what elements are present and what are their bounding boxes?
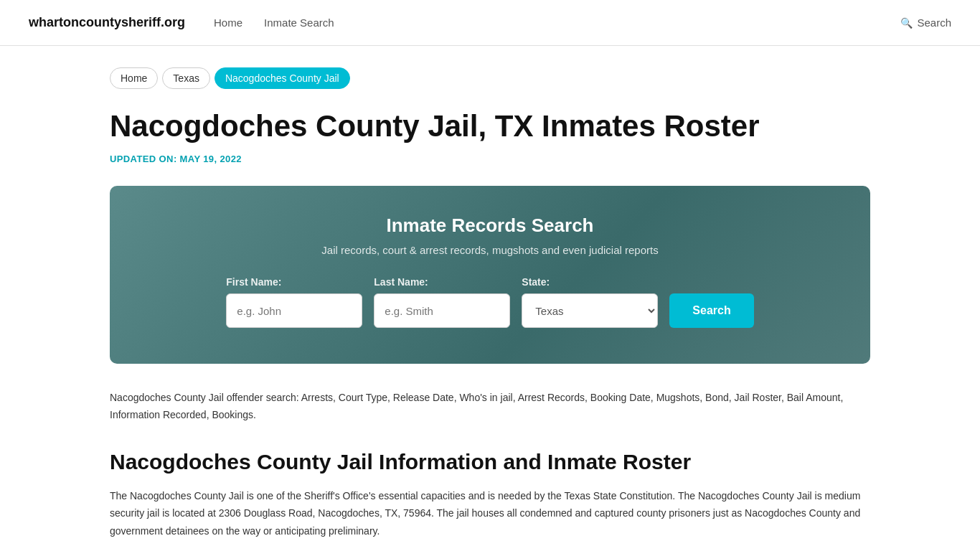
last-name-input[interactable] [374, 293, 510, 328]
search-card: Inmate Records Search Jail records, cour… [110, 186, 870, 364]
search-icon: 🔍 [900, 17, 913, 29]
nav-item-inmate-search[interactable]: Inmate Search [264, 17, 334, 29]
search-form: First Name: Last Name: State: TexasAlaba… [153, 276, 827, 328]
section-heading: Nacogdoches County Jail Information and … [110, 450, 870, 474]
first-name-label: First Name: [226, 276, 281, 288]
search-card-subtitle: Jail records, court & arrest records, mu… [153, 244, 827, 256]
breadcrumb-home[interactable]: Home [110, 67, 158, 89]
body-text: The Nacogdoches County Jail is one of th… [110, 487, 870, 540]
nav-item-home[interactable]: Home [214, 17, 242, 29]
state-group: State: TexasAlabamaAlaskaArizonaArkansas… [522, 276, 658, 328]
first-name-input[interactable] [226, 293, 362, 328]
breadcrumb-texas[interactable]: Texas [162, 67, 210, 89]
navbar: whartoncountysheriff.org Home Inmate Sea… [0, 0, 980, 46]
search-button[interactable]: Search [669, 293, 753, 328]
navbar-search-label: Search [917, 17, 951, 29]
navbar-brand[interactable]: whartoncountysheriff.org [29, 15, 185, 30]
search-card-title: Inmate Records Search [153, 215, 827, 237]
state-select[interactable]: TexasAlabamaAlaskaArizonaArkansasCalifor… [522, 293, 658, 328]
last-name-group: Last Name: [374, 276, 510, 328]
main-content: Home Texas Nacogdoches County Jail Nacog… [81, 46, 899, 551]
last-name-label: Last Name: [374, 276, 428, 288]
first-name-group: First Name: [226, 276, 362, 328]
navbar-search[interactable]: 🔍 Search [900, 17, 951, 29]
description-text: Nacogdoches County Jail offender search:… [110, 390, 870, 424]
breadcrumb-current: Nacogdoches County Jail [215, 67, 350, 89]
breadcrumb: Home Texas Nacogdoches County Jail [110, 67, 870, 89]
state-label: State: [522, 276, 550, 288]
updated-on: UPDATED ON: MAY 19, 2022 [110, 154, 870, 164]
page-title: Nacogdoches County Jail, TX Inmates Rost… [110, 109, 870, 143]
navbar-nav: Home Inmate Search [214, 17, 872, 29]
